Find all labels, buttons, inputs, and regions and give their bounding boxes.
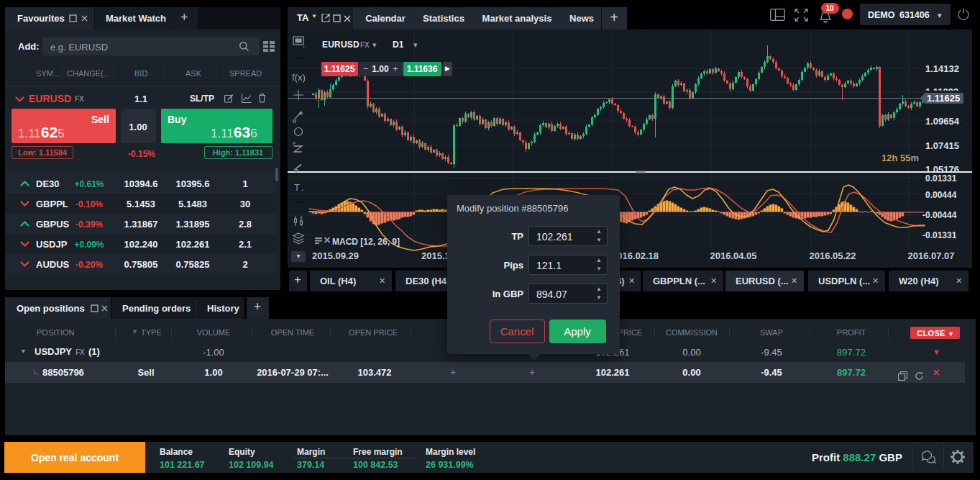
svg-text:T: T [294,182,300,193]
svg-text:1.11625: 1.11625 [927,93,960,104]
svg-text:f(x): f(x) [292,72,306,83]
